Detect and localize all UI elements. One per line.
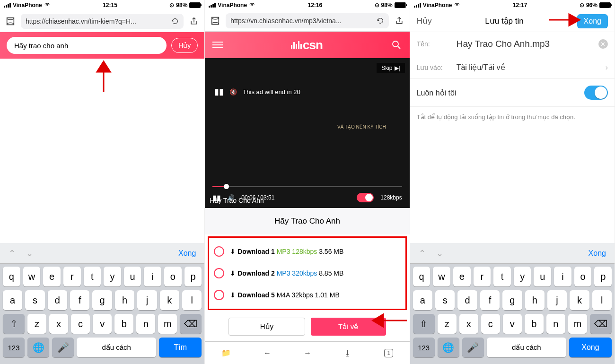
download-option[interactable]: ⬇ Download 5 M4A 32kbps 1.01 MB [210, 284, 404, 306]
key-u[interactable]: u [124, 267, 141, 286]
search-icon[interactable] [391, 39, 402, 51]
key-s[interactable]: s [435, 290, 455, 310]
key-c[interactable]: c [481, 314, 500, 334]
kb-done-button[interactable]: Xong [178, 249, 196, 258]
video-player[interactable]: Skip▶| VÀ TẠO NÊN KỲ TÍCH ▮▮🔇This ad wil… [205, 58, 409, 208]
progress-bar[interactable] [212, 186, 402, 187]
cancel-button[interactable]: Hủy [417, 16, 432, 26]
search-input[interactable] [7, 37, 167, 54]
kb-next-icon[interactable]: ⌄ [436, 248, 443, 259]
key-x[interactable]: x [49, 314, 68, 334]
radio-icon[interactable] [214, 290, 224, 300]
backspace-key[interactable]: ⌫ [590, 314, 612, 334]
mute-icon[interactable]: 🔇 [229, 88, 237, 95]
url-field[interactable]: https://vn.chiasenhac.vn/mp3/vietna... [226, 13, 388, 28]
cancel-button[interactable]: Hủy [171, 38, 198, 53]
key-d[interactable]: d [48, 290, 67, 310]
key-u[interactable]: u [534, 267, 551, 286]
shift-key[interactable]: ⇧ [3, 314, 25, 334]
key-f[interactable]: f [480, 290, 500, 310]
saveto-row[interactable]: Lưu vào: Tài liệu/Tải về › [410, 56, 615, 79]
url-field[interactable]: https://chiasenhac.vn/tim-kiem?q=H... [21, 14, 184, 29]
download-option[interactable]: ⬇ Download 2 MP3 320kbps 8.85 MB [210, 262, 404, 284]
key-o[interactable]: o [164, 267, 182, 286]
key-d[interactable]: d [457, 290, 477, 310]
key-m[interactable]: m [568, 314, 587, 334]
key-y[interactable]: y [514, 267, 531, 286]
key-i[interactable]: i [554, 267, 571, 286]
action-key[interactable]: Tìm [159, 338, 202, 357]
key-t[interactable]: t [493, 267, 511, 286]
key-w[interactable]: w [23, 267, 41, 286]
filename-row[interactable]: Tên: Hay Trao Cho Anh.mp3 ✕ [410, 32, 615, 56]
kb-next-icon[interactable]: ⌄ [26, 248, 33, 259]
key-p[interactable]: p [184, 267, 202, 286]
key-r[interactable]: r [63, 267, 81, 286]
key-a[interactable]: a [413, 290, 432, 310]
backspace-key[interactable]: ⌫ [180, 314, 202, 334]
key-g[interactable]: g [502, 290, 522, 310]
key-b[interactable]: b [525, 314, 544, 334]
key-t[interactable]: t [84, 267, 101, 286]
mic-key[interactable]: 🎤 [52, 338, 74, 357]
always-ask-toggle[interactable] [584, 86, 608, 100]
numbers-key[interactable]: 123 [3, 338, 25, 357]
key-n[interactable]: n [136, 314, 155, 334]
space-key[interactable]: dấu cách [77, 338, 156, 357]
kb-prev-icon[interactable]: ⌃ [419, 248, 426, 259]
key-v[interactable]: v [503, 314, 522, 334]
share-icon[interactable] [187, 15, 201, 28]
key-n[interactable]: n [546, 314, 565, 334]
key-z[interactable]: z [438, 314, 457, 334]
files-icon[interactable]: 📁 [221, 348, 231, 357]
key-j[interactable]: j [547, 290, 567, 310]
key-s[interactable]: s [25, 290, 44, 310]
key-l[interactable]: l [592, 290, 612, 310]
key-e[interactable]: e [43, 267, 61, 286]
key-h[interactable]: h [115, 290, 134, 310]
share-icon[interactable] [393, 14, 406, 27]
key-e[interactable]: e [453, 267, 471, 286]
forward-icon[interactable]: → [304, 349, 311, 357]
kb-prev-icon[interactable]: ⌃ [9, 248, 16, 259]
bookmarks-icon[interactable] [4, 15, 17, 28]
shift-key[interactable]: ⇧ [413, 314, 435, 334]
radio-icon[interactable] [214, 268, 224, 278]
numbers-key[interactable]: 123 [413, 338, 435, 357]
key-f[interactable]: f [70, 290, 89, 310]
download-option[interactable]: ⬇ Download 1 MP3 128kbps 3.56 MB [210, 241, 404, 262]
bookmarks-icon[interactable] [209, 14, 222, 27]
globe-key[interactable]: 🌐 [27, 338, 49, 357]
key-v[interactable]: v [93, 314, 112, 334]
pause-icon[interactable]: ▮▮ [214, 87, 224, 97]
key-o[interactable]: o [574, 267, 592, 286]
key-p[interactable]: p [594, 267, 612, 286]
clear-icon[interactable]: ✕ [598, 39, 608, 49]
key-k[interactable]: k [570, 290, 589, 310]
kb-done-button[interactable]: Xong [589, 249, 606, 258]
tabs-icon[interactable]: 1 [384, 349, 393, 357]
key-c[interactable]: c [71, 314, 90, 334]
filename-field[interactable]: Hay Trao Cho Anh.mp3 [457, 39, 590, 49]
radio-icon[interactable] [214, 246, 224, 257]
key-z[interactable]: z [27, 314, 46, 334]
downloads-icon[interactable]: ⭳ [344, 349, 351, 357]
key-j[interactable]: j [137, 290, 157, 310]
key-b[interactable]: b [114, 314, 133, 334]
key-i[interactable]: i [144, 267, 161, 286]
menu-icon[interactable] [212, 42, 223, 48]
key-w[interactable]: w [433, 267, 450, 286]
mic-key[interactable]: 🎤 [462, 338, 484, 357]
quality-toggle[interactable] [357, 193, 374, 202]
key-y[interactable]: y [104, 267, 121, 286]
globe-key[interactable]: 🌐 [438, 338, 459, 357]
key-m[interactable]: m [158, 314, 177, 334]
key-a[interactable]: a [3, 290, 22, 310]
key-q[interactable]: q [3, 267, 20, 286]
key-r[interactable]: r [474, 267, 491, 286]
back-icon[interactable]: ← [264, 349, 271, 357]
cancel-button[interactable]: Hủy [228, 318, 305, 336]
key-q[interactable]: q [413, 267, 430, 286]
skip-button[interactable]: Skip▶| [377, 63, 404, 73]
key-x[interactable]: x [459, 314, 478, 334]
